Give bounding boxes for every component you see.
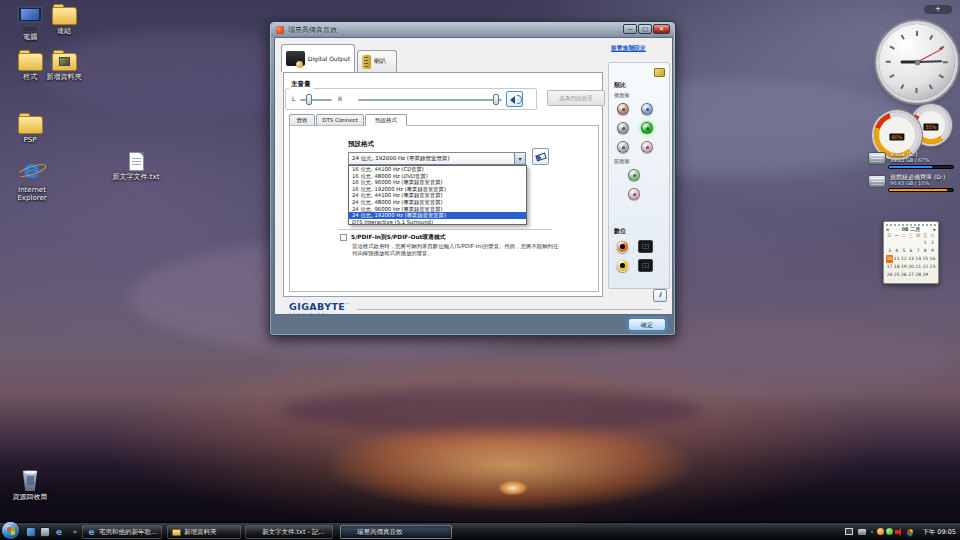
tray-expand-chevron[interactable]: ‹ <box>868 528 876 536</box>
dropdown-item[interactable]: 24 位元, 48000 Hz (專業錄音室音質) <box>349 199 526 206</box>
calendar-date[interactable]: 16 <box>929 255 936 263</box>
calendar-date[interactable] <box>886 239 893 247</box>
calendar-date[interactable]: 11 <box>893 255 900 263</box>
calendar-date[interactable]: 21 <box>915 263 922 271</box>
calendar-date[interactable]: 27 <box>907 271 914 279</box>
volume-slider[interactable] <box>358 99 502 101</box>
calendar-date[interactable]: 14 <box>915 255 922 263</box>
optical-port[interactable] <box>638 240 653 253</box>
rca-jack[interactable] <box>616 259 629 272</box>
close-button[interactable]: ✕ <box>653 24 670 34</box>
balance-slider-thumb[interactable] <box>306 94 312 105</box>
tray-update-icon[interactable] <box>906 528 914 537</box>
restore-defaults-button[interactable] <box>532 148 549 165</box>
device-advanced-settings-link[interactable]: 裝置進階設定 <box>611 44 646 53</box>
mute-button[interactable] <box>506 91 523 107</box>
window-titlebar[interactable]: 瑞昱高傳真音效 <box>271 23 674 37</box>
taskbar-button[interactable]: 新文字文件.txt - 記... <box>245 525 333 539</box>
dropdown-item[interactable]: 16 位元, 48000 Hz (DVD音質) <box>349 173 526 180</box>
tray-volume-icon[interactable] <box>895 528 903 536</box>
dropdown-item[interactable]: 16 位元, 96000 Hz (專業錄音室音質) <box>349 179 526 186</box>
calendar-date[interactable]: 29 <box>922 271 929 279</box>
calendar-date[interactable]: 26 <box>900 271 907 279</box>
dropdown-item[interactable]: DTS Interactive (5.1 Surround) <box>349 219 526 226</box>
calendar-date[interactable]: 4 <box>893 247 900 255</box>
calendar-date[interactable]: 7 <box>915 247 922 255</box>
audio-jack-rear[interactable] <box>641 122 653 134</box>
start-button[interactable] <box>2 522 19 539</box>
desktop-icon-text-file[interactable]: 新文字文件.txt <box>108 152 164 181</box>
calendar-date[interactable]: 20 <box>907 263 914 271</box>
calendar-date[interactable]: 2 <box>929 239 936 247</box>
calendar-date[interactable]: 13 <box>907 255 914 263</box>
optical-port[interactable] <box>638 259 653 272</box>
calendar-date[interactable] <box>929 271 936 279</box>
tray-network-icon[interactable] <box>858 529 866 535</box>
calendar-date[interactable]: 9 <box>929 247 936 255</box>
calendar-date[interactable]: 25 <box>893 271 900 279</box>
calendar-date[interactable]: 6 <box>907 247 914 255</box>
quick-launch-show-desktop[interactable] <box>26 527 36 537</box>
calendar-date[interactable] <box>907 239 914 247</box>
calendar-date[interactable]: 15 <box>922 255 929 263</box>
calendar-date[interactable] <box>900 239 907 247</box>
calendar-next-button[interactable]: ▸ <box>933 226 936 233</box>
drive-gadget-c[interactable]: Vista (C:) 39.21 GB / 67% <box>868 150 960 172</box>
calendar-date[interactable]: 1 <box>922 239 929 247</box>
tab-digital-output[interactable]: Digital Output <box>281 44 355 72</box>
spdif-loopback-checkbox[interactable] <box>340 234 347 241</box>
quick-launch-switcher[interactable] <box>40 527 50 537</box>
tab-speakers[interactable]: 喇叭 <box>357 50 397 72</box>
calendar-date[interactable]: 5 <box>900 247 907 255</box>
taskbar-clock[interactable]: 下午 09:05 <box>922 528 956 537</box>
calendar-gadget[interactable]: ◂ 08 二月 ▸ 日一二三四五六 1234567891011121314151… <box>883 221 939 284</box>
add-gadget-button[interactable]: + <box>935 5 941 13</box>
calendar-date[interactable] <box>915 239 922 247</box>
desktop-icon-recycle-bin[interactable]: 資源回收筒 <box>2 470 58 501</box>
calendar-date[interactable]: 24 <box>886 271 893 279</box>
audio-jack-rear[interactable] <box>617 103 629 115</box>
desktop-icon-internet-explorer[interactable]: e Internet Explorer <box>4 158 60 202</box>
audio-jack-front[interactable] <box>628 188 640 200</box>
drive-gadget-d[interactable]: 遊戲組必備寶庫 (D:) 90.63 GB / 10% <box>868 173 960 195</box>
calendar-date[interactable]: 3 <box>886 247 893 255</box>
audio-jack-rear[interactable] <box>617 122 629 134</box>
calendar-prev-button[interactable]: ◂ <box>886 226 889 233</box>
quick-launch-overflow-chevron[interactable]: » <box>70 527 80 537</box>
calendar-date[interactable]: 12 <box>900 255 907 263</box>
calendar-date[interactable]: 18 <box>893 263 900 271</box>
set-default-device-button[interactable]: 設為預設裝置 <box>547 90 605 106</box>
info-button[interactable]: i <box>653 289 667 302</box>
calendar-date[interactable]: 19 <box>900 263 907 271</box>
chevron-down-icon[interactable]: ▾ <box>514 153 525 164</box>
calendar-date[interactable]: 28 <box>915 271 922 279</box>
balance-slider[interactable] <box>300 99 332 101</box>
tray-messenger-icon[interactable] <box>886 528 893 535</box>
taskbar-button[interactable]: 新增資料夾 <box>167 525 241 539</box>
format-combobox[interactable]: 24 位元, 192000 Hz (專業錄音室音質) ▾ <box>348 152 526 165</box>
quick-launch-internet-explorer[interactable]: e <box>54 527 64 537</box>
tray-orange-icon[interactable] <box>877 528 884 535</box>
minimize-button[interactable]: — <box>623 24 637 34</box>
calendar-date[interactable]: 17 <box>886 263 893 271</box>
desktop-icon-psp[interactable]: PSP <box>2 116 58 144</box>
calendar-date[interactable] <box>893 239 900 247</box>
desktop-icon-links[interactable]: 連結 <box>36 7 92 35</box>
desktop-icon-new-folder[interactable]: 新增資料夾 <box>36 53 92 81</box>
ok-button[interactable]: 確定 <box>628 318 666 331</box>
calendar-date[interactable]: 8 <box>922 247 929 255</box>
sidebar-controls[interactable]: + <box>924 5 952 14</box>
taskbar-button[interactable]: 瑞昱高傳真音效 <box>340 525 452 539</box>
dropdown-item[interactable]: 24 位元, 192000 Hz (專業錄音室音質) <box>349 212 526 219</box>
dropdown-item[interactable]: 16 位元, 44100 Hz (CD音質) <box>349 166 526 173</box>
tray-app-icon[interactable] <box>845 528 853 535</box>
jack-plate-icon[interactable] <box>654 68 665 77</box>
clock-gadget[interactable] <box>879 24 955 100</box>
subtab-default-format[interactable]: 預設格式 <box>365 114 407 126</box>
rca-jack[interactable] <box>616 240 629 253</box>
calendar-date[interactable]: 22 <box>922 263 929 271</box>
dropdown-item[interactable]: 24 位元, 44100 Hz (專業錄音室音質) <box>349 192 526 199</box>
calendar-date[interactable]: 10 <box>886 255 893 263</box>
maximize-button[interactable]: ▢ <box>638 24 652 34</box>
volume-slider-thumb[interactable] <box>493 94 499 105</box>
